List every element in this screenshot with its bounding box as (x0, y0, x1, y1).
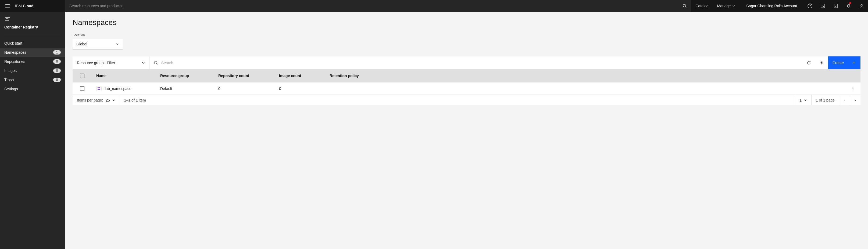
sidebar-badge: 1 (53, 50, 61, 55)
sidebar-item-quickstart[interactable]: Quick start (0, 39, 65, 48)
column-repo-count[interactable]: Repository count (214, 74, 275, 78)
column-image-count[interactable]: Image count (275, 74, 325, 78)
page-size-select[interactable]: 25 (106, 98, 115, 102)
table-header: Name Resource group Repository count Ima… (72, 69, 861, 82)
brand-prefix: IBM (15, 4, 22, 8)
catalog-label: Catalog (695, 4, 708, 8)
select-all-checkbox[interactable] (80, 74, 84, 78)
registry-icon (4, 16, 61, 23)
sidebar-item-label: Trash (4, 78, 14, 82)
help-button[interactable] (804, 0, 816, 12)
plus-icon (852, 61, 856, 65)
sidebar-item-namespaces[interactable]: Namespaces 1 (0, 48, 65, 57)
svg-rect-12 (99, 87, 100, 88)
hamburger-menu[interactable] (0, 0, 15, 12)
user-icon (859, 3, 864, 9)
search-input[interactable] (69, 4, 680, 8)
help-icon (807, 3, 813, 9)
manage-label: Manage (717, 4, 731, 8)
brand[interactable]: IBM Cloud (15, 4, 65, 8)
page-of-pages: 1 of 1 page (811, 95, 839, 105)
sidebar-item-label: Settings (4, 87, 18, 91)
svg-rect-6 (5, 17, 9, 21)
cost-estimator-button[interactable] (829, 0, 842, 12)
svg-rect-8 (7, 18, 8, 19)
shell-icon (820, 3, 826, 9)
table-row[interactable]: lab_namespace Default 0 0 (72, 82, 861, 95)
next-page-button[interactable] (850, 95, 861, 106)
catalog-link[interactable]: Catalog (691, 0, 713, 12)
page-size-value: 25 (106, 98, 110, 102)
shell-button[interactable] (816, 0, 829, 12)
svg-rect-13 (98, 89, 99, 90)
account-dropdown[interactable]: Sagar Chamling Rai's Account (740, 0, 804, 12)
sidebar-item-images[interactable]: Images 0 (0, 66, 65, 75)
sidebar-badge: 0 (53, 78, 61, 82)
sidebar: Container Registry Quick start Namespace… (0, 12, 65, 249)
sidebar-badge: 0 (53, 59, 61, 64)
top-header: IBM Cloud Catalog Manage Sagar Chamling … (0, 0, 868, 12)
svg-point-10 (821, 62, 822, 63)
refresh-icon (807, 61, 811, 65)
gear-icon (819, 61, 824, 65)
toolbar-icons: Create (802, 57, 861, 69)
column-retention[interactable]: Retention policy (325, 74, 845, 78)
location-select[interactable]: Global (72, 39, 123, 49)
search-icon[interactable] (683, 4, 687, 8)
svg-rect-14 (99, 89, 100, 90)
caret-right-icon (854, 99, 857, 102)
svg-point-9 (154, 61, 157, 64)
location-label: Location (72, 33, 861, 37)
header-icon-bar (804, 0, 868, 12)
page-select[interactable]: 1 (795, 95, 811, 105)
sidebar-item-settings[interactable]: Settings (0, 84, 65, 94)
location-value: Global (76, 42, 87, 46)
sidebar-item-label: Namespaces (4, 50, 26, 55)
sidebar-badge: 0 (53, 69, 61, 73)
overflow-icon (851, 86, 855, 91)
notifications-button[interactable] (842, 0, 855, 12)
refresh-button[interactable] (802, 57, 815, 69)
resource-group-value: Filter... (107, 61, 142, 65)
resource-group-filter[interactable]: Resource group: Filter... (72, 57, 150, 69)
svg-point-17 (853, 90, 853, 90)
sidebar-divider (4, 36, 61, 36)
row-menu-button[interactable] (850, 84, 856, 93)
chevron-down-icon (112, 99, 115, 102)
pagination: Items per page: 25 1–1 of 1 item 1 1 of … (72, 95, 861, 105)
chevron-down-icon (804, 99, 807, 102)
namespace-table-wrapper: Resource group: Filter... Cr (72, 57, 861, 105)
sidebar-item-label: Quick start (4, 41, 22, 45)
svg-point-16 (853, 88, 853, 88)
page-title: Namespaces (72, 18, 861, 27)
chevron-down-icon (142, 61, 145, 65)
sidebar-item-repositories[interactable]: Repositories 0 (0, 57, 65, 66)
column-resource-group[interactable]: Resource group (156, 74, 214, 78)
create-label: Create (833, 61, 844, 65)
account-label: Sagar Chamling Rai's Account (746, 4, 797, 8)
items-per-page: Items per page: 25 (72, 95, 120, 105)
row-checkbox[interactable] (80, 86, 84, 91)
table-search-input[interactable] (161, 61, 798, 65)
table-search[interactable] (150, 57, 802, 69)
svg-point-2 (810, 7, 810, 7)
caret-left-icon (843, 99, 846, 102)
sidebar-item-trash[interactable]: Trash 0 (0, 75, 65, 84)
global-search[interactable] (65, 0, 691, 12)
settings-button[interactable] (815, 57, 828, 69)
manage-dropdown[interactable]: Manage (713, 0, 740, 12)
row-repo-count: 0 (214, 86, 275, 91)
chevron-down-icon (116, 42, 119, 46)
page-current: 1 (800, 98, 802, 102)
sidebar-title: Container Registry (4, 25, 61, 29)
table-toolbar: Resource group: Filter... Cr (72, 57, 861, 69)
profile-button[interactable] (855, 0, 868, 12)
create-button[interactable]: Create (828, 57, 861, 69)
search-icon (154, 61, 158, 65)
row-resource-group: Default (156, 86, 214, 91)
row-image-count: 0 (275, 86, 325, 91)
svg-point-15 (853, 87, 853, 87)
column-name[interactable]: Name (92, 74, 156, 78)
svg-rect-7 (6, 18, 7, 19)
previous-page-button[interactable] (839, 95, 850, 106)
